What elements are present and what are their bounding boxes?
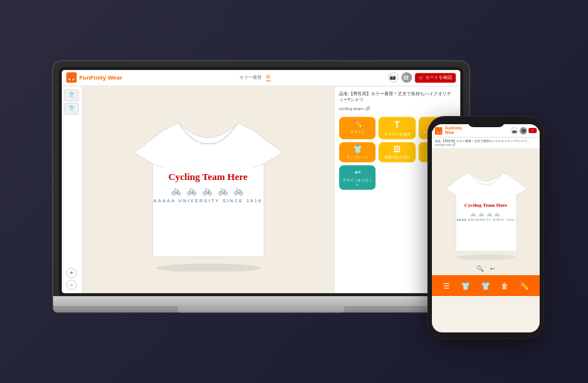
phone-zoom-controls: 🔍 ↩ — [476, 265, 495, 272]
header-icons: 📷 🖼 🛒 カートを確認 — [388, 72, 456, 83]
phone-reset-icon[interactable]: ↩ — [490, 265, 495, 272]
phone-tshirt-front-icon[interactable]: 👕 — [461, 282, 470, 290]
tshirt-icon: 👕 — [353, 146, 362, 154]
phone-brand-line2: Wear — [445, 131, 462, 135]
phone-bottom-bar: ☰ 👕 👕 🗑 ✏️ — [432, 275, 540, 296]
reset-icon: ↩ — [355, 169, 361, 177]
phone-tshirt-text-line1: Cycling Team Here — [465, 202, 507, 208]
laptop: 🦊 FunFinity Wear カラー着替 前 📷 — [53, 61, 469, 312]
phone-menu-icon[interactable]: ☰ — [443, 282, 450, 290]
text-icon: T — [395, 120, 400, 131]
phone-product-link[interactable]: cycling team 🔗 — [435, 143, 537, 147]
canvas-area: Cycling Team Here 🚲 🚲 🚲 🚲 🚲 AAAAA UNIVER… — [83, 86, 334, 293]
phone-logo-box: 🦊 — [435, 127, 442, 135]
instagram-icon[interactable]: 📷 — [388, 72, 398, 83]
laptop-screen-bezel: 🦊 FunFinity Wear カラー着替 前 📷 — [59, 67, 463, 296]
tab-color[interactable]: カラー着替 — [239, 74, 262, 81]
phone-outer: 🦊 FunFinity Wear 📷 🖼 🛒 品名:【男性用】カ — [428, 117, 543, 338]
cart-label: カートを確認 — [425, 74, 452, 81]
phone-tshirt-text-line3: AAAA UNIVERSITY SINCE 1916 — [457, 219, 515, 222]
logo-icon: 🦊 — [68, 74, 75, 81]
tab-front[interactable]: 前 — [266, 74, 271, 81]
phone-product-info: 品名:【男性用】カラー着替！丈夫で長持ちハイクオリティーTシャツ cycling… — [432, 138, 540, 149]
product-title: 品名:【男性用】カラー着替！丈夫で長持ちハイクオリティーTシャツ — [339, 91, 456, 103]
laptop-screen: 🦊 FunFinity Wear カラー着替 前 📷 — [62, 70, 460, 293]
tshirt-text-line3: AAAAA UNIVERSITY SINCE 1916 — [154, 199, 262, 203]
zoom-in-button[interactable]: + — [66, 268, 77, 278]
phone-gallery-icon[interactable]: 🖼 — [520, 127, 527, 135]
phone-cart-button[interactable]: 🛒 — [529, 128, 537, 133]
tool-image-button[interactable]: 🖼 画像の貼り付け — [378, 143, 416, 163]
phone-edit-icon[interactable]: ✏️ — [520, 282, 529, 290]
tool-add-text-button[interactable]: T テキストを追加 — [378, 118, 416, 140]
app-ui: 🦊 FunFinity Wear カラー着替 前 📷 — [62, 70, 460, 293]
app-body: 👕 👕 + − — [62, 86, 460, 293]
sidebar-thumb-front[interactable]: 👕 — [64, 89, 79, 101]
svg-point-0 — [156, 263, 260, 271]
tshirt-text-line2: 🚲 🚲 🚲 🚲 🚲 — [171, 186, 245, 196]
phone-canvas: Cycling Team Here 🚲 🚲 🚲 🚲 AAAA UNIVERSIT… — [432, 149, 540, 275]
scene: 🦊 FunFinity Wear カラー着替 前 📷 — [0, 0, 588, 383]
left-sidebar: 👕 👕 + − — [62, 86, 83, 293]
laptop-screen-outer: 🦊 FunFinity Wear カラー着替 前 📷 — [53, 61, 469, 296]
logo-box: 🦊 — [66, 72, 77, 83]
phone-tshirt-back-icon[interactable]: 👕 — [481, 282, 490, 290]
phone-notch — [468, 120, 505, 127]
phone-logo-icon: 🦊 — [436, 128, 442, 133]
phone-header-icons: 📷 🖼 🛒 — [511, 127, 537, 135]
phone-instagram-icon[interactable]: 📷 — [511, 127, 518, 135]
tool-template-button[interactable]: 👕 テンプレート — [339, 143, 376, 163]
svg-point-3 — [456, 254, 516, 260]
tshirt-text-line1: Cycling Team Here — [168, 171, 248, 183]
image-icon: 🖼 — [393, 146, 401, 154]
tool-reset-button[interactable]: ↩ デザインをリセット — [339, 166, 376, 190]
phone-delete-icon[interactable]: 🗑 — [501, 282, 508, 290]
tool-reset-label: デザインをリセット — [342, 178, 373, 187]
pencil-icon: ✏️ — [353, 120, 362, 129]
zoom-out-button[interactable]: − — [66, 280, 77, 290]
tshirt-canvas: Cycling Team Here 🚲 🚲 🚲 🚲 🚲 AAAAA UNIVER… — [134, 108, 282, 271]
phone-tshirt: Cycling Team Here 🚲 🚲 🚲 🚲 AAAA UNIVERSIT… — [445, 164, 527, 260]
tool-image-label: 画像の貼り付け — [384, 155, 410, 160]
product-link[interactable]: cycling team 🔗 — [339, 106, 456, 112]
tool-edit-button[interactable]: ✏️ テキスト — [339, 118, 376, 140]
app-header: 🦊 FunFinity Wear カラー着替 前 📷 — [62, 70, 460, 86]
brand-name: FunFinity Wear — [80, 74, 123, 81]
tool-template-label: テンプレート — [346, 155, 369, 160]
phone-zoom-in-icon[interactable]: 🔍 — [476, 265, 484, 272]
tool-add-text-label: テキストを追加 — [384, 132, 410, 137]
tool-edit-label: テキスト — [350, 130, 365, 135]
phone: 🦊 FunFinity Wear 📷 🖼 🛒 品名:【男性用】カ — [428, 117, 543, 338]
gallery-icon[interactable]: 🖼 — [401, 72, 412, 83]
phone-screen: 🦊 FunFinity Wear 📷 🖼 🛒 品名:【男性用】カ — [432, 124, 540, 332]
phone-tshirt-text-line2: 🚲 🚲 🚲 🚲 — [471, 211, 500, 216]
cart-icon: 🛒 — [419, 75, 424, 80]
sidebar-thumb-back[interactable]: 👕 — [64, 103, 79, 115]
cart-button[interactable]: 🛒 カートを確認 — [415, 73, 456, 83]
laptop-base — [53, 296, 469, 306]
